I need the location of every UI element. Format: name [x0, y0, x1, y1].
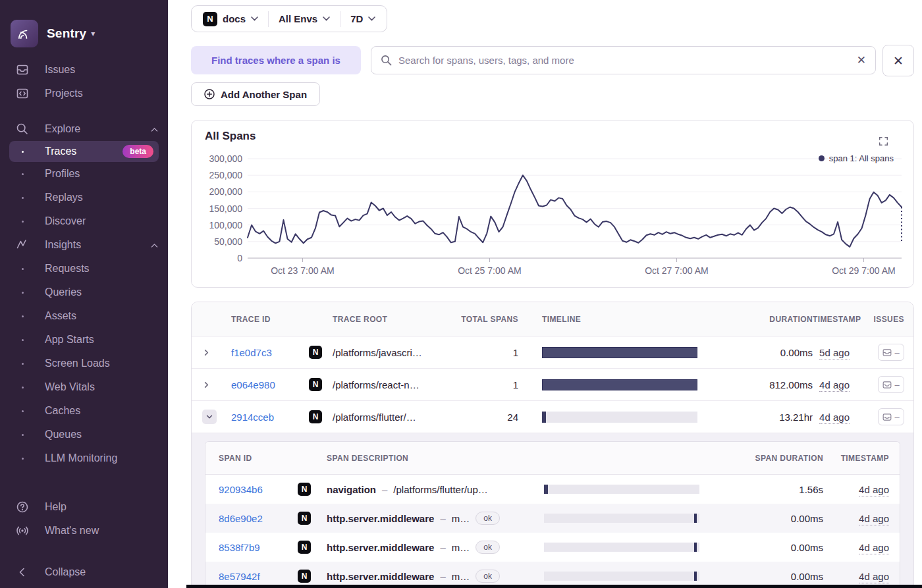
- project-icon-cell: N: [309, 410, 333, 423]
- sidebar-item-label: Profiles: [45, 168, 80, 180]
- issues-button[interactable]: –: [878, 408, 904, 425]
- x-axis-tick-label: Oct 27 7:00 AM: [645, 265, 708, 276]
- expand-trace-button[interactable]: [202, 381, 231, 389]
- span-id-link[interactable]: 8e57942f: [219, 571, 298, 582]
- trace-timestamp[interactable]: 4d ago: [819, 412, 850, 424]
- sidebar-item-label: Queues: [45, 429, 82, 441]
- org-switcher[interactable]: Sentry ▾: [0, 0, 168, 58]
- sidebar-item-llm-monitoring[interactable]: LLM Monitoring: [0, 446, 168, 470]
- timeline-bar[interactable]: [542, 379, 697, 390]
- sidebar-item-profiles[interactable]: Profiles: [0, 162, 168, 186]
- sidebar-section-insights[interactable]: Insights: [0, 233, 168, 257]
- org-name: Sentry: [47, 26, 86, 41]
- span-description: http.server.middleware–m…ok: [327, 512, 531, 525]
- chart-legend[interactable]: span 1: All spans: [819, 153, 894, 163]
- issues-cell: –: [850, 408, 904, 425]
- bullet-icon: [13, 387, 32, 388]
- trace-timestamp[interactable]: 5d ago: [819, 347, 850, 360]
- bullet-icon: [13, 197, 32, 199]
- separator: –: [382, 484, 387, 495]
- project-selector[interactable]: N docs: [193, 11, 268, 27]
- x-axis-tick-label: Oct 25 7:00 AM: [458, 265, 522, 276]
- add-another-span-button[interactable]: Add Another Span: [191, 82, 320, 106]
- sidebar-item-requests[interactable]: Requests: [0, 257, 168, 281]
- trace-duration: 812.00ms: [697, 379, 813, 390]
- project-icon-cell: N: [298, 483, 327, 496]
- search-input[interactable]: [398, 55, 850, 66]
- find-traces-label: Find traces where a span is: [211, 55, 340, 66]
- y-axis-tick-label: 50,000: [214, 236, 242, 247]
- sidebar-item-queues[interactable]: Queues: [0, 423, 168, 446]
- sentry-logo-icon: [11, 20, 38, 47]
- issues-button[interactable]: –: [878, 344, 904, 361]
- trace-timestamp[interactable]: 4d ago: [819, 379, 850, 392]
- timestamp-cell: 4d ago: [823, 542, 889, 553]
- sidebar-item-web-vitals[interactable]: Web Vitals: [0, 375, 168, 399]
- timeline-cell: [518, 379, 697, 390]
- sidebar-item-projects[interactable]: Projects: [0, 82, 168, 105]
- insights-icon: [13, 238, 32, 252]
- timestamp-cell: 4d ago: [813, 379, 850, 390]
- nextjs-project-icon: N: [298, 541, 311, 554]
- span-row: 8538f7b9Nhttp.server.middleware–m…ok0.00…: [205, 533, 900, 562]
- sidebar-item-traces[interactable]: Tracesbeta: [9, 141, 159, 162]
- timestamp-cell: 4d ago: [813, 412, 850, 423]
- span-id-link[interactable]: 8d6e90e2: [219, 513, 298, 524]
- sidebar-item-what-s-new[interactable]: What's new: [0, 519, 168, 543]
- close-icon: ✕: [893, 53, 904, 68]
- timeline-bar[interactable]: [544, 543, 699, 552]
- expand-chart-icon[interactable]: [879, 136, 888, 146]
- expand-trace-button[interactable]: [202, 348, 231, 357]
- nextjs-project-icon: N: [203, 12, 217, 26]
- sidebar-item-queries[interactable]: Queries: [0, 281, 168, 304]
- span-timestamp[interactable]: 4d ago: [859, 571, 889, 583]
- trace-id-link[interactable]: 2914cceb: [231, 412, 309, 423]
- trace-id-link[interactable]: f1e0d7c3: [231, 347, 309, 358]
- environment-selector[interactable]: All Envs: [268, 11, 340, 27]
- timeline-bar[interactable]: [544, 485, 699, 494]
- find-traces-label-chip[interactable]: Find traces where a span is: [191, 46, 361, 74]
- nextjs-project-icon: N: [298, 570, 311, 583]
- span-operation: navigation: [327, 484, 376, 495]
- timestamp-cell: 4d ago: [823, 484, 889, 495]
- sidebar-item-replays[interactable]: Replays: [0, 186, 168, 209]
- timeline-bar[interactable]: [544, 514, 699, 523]
- issues-button[interactable]: –: [878, 376, 904, 393]
- sidebar-item-screen-loads[interactable]: Screen Loads: [0, 352, 168, 375]
- timeline-bar[interactable]: [542, 412, 697, 423]
- remove-span-filter-button[interactable]: ✕: [882, 45, 914, 76]
- date-range-selector[interactable]: 7D: [340, 11, 385, 27]
- span-id-link[interactable]: 920934b6: [219, 484, 298, 495]
- sidebar-item-label: Caches: [45, 405, 80, 417]
- sidebar-item-label: Help: [45, 501, 67, 513]
- chevron-down-icon[interactable]: [202, 410, 217, 424]
- span-row: 8d6e90e2Nhttp.server.middleware–m…ok0.00…: [205, 504, 900, 533]
- span-timestamp[interactable]: 4d ago: [859, 484, 889, 496]
- sidebar-item-issues[interactable]: Issues: [0, 58, 168, 82]
- span-row: 920934b6Nnavigation–/platforms/flutter/u…: [205, 475, 900, 504]
- chevron-up-icon: [150, 241, 159, 250]
- sidebar-item-help[interactable]: Help: [0, 495, 168, 519]
- sidebar-item-caches[interactable]: Caches: [0, 399, 168, 423]
- span-timestamp[interactable]: 4d ago: [859, 513, 889, 525]
- bullet-icon: [13, 292, 32, 294]
- span-timestamp[interactable]: 4d ago: [859, 542, 889, 554]
- timeline-bar[interactable]: [544, 572, 699, 581]
- expand-trace-button[interactable]: [202, 410, 231, 424]
- column-header-trace-root: TRACE ROOT: [333, 315, 445, 324]
- span-id-link[interactable]: 8538f7b9: [219, 542, 298, 553]
- timeline-bar[interactable]: [542, 347, 697, 358]
- sidebar-collapse-button[interactable]: Collapse: [0, 564, 168, 588]
- sidebar-section-explore[interactable]: Explore: [0, 117, 168, 141]
- chevron-down-icon: ▾: [91, 29, 95, 38]
- sidebar-item-label: Replays: [45, 192, 83, 203]
- sidebar-item-app-starts[interactable]: App Starts: [0, 328, 168, 352]
- sidebar-item-assets[interactable]: Assets: [0, 304, 168, 328]
- clear-search-icon[interactable]: ✕: [857, 55, 866, 66]
- sidebar-item-discover[interactable]: Discover: [0, 209, 168, 233]
- beta-badge: beta: [122, 145, 153, 158]
- trace-id-link[interactable]: e064e980: [231, 379, 309, 390]
- trace-row: e064e980N/platforms/react-n…1812.00ms4d …: [192, 369, 913, 401]
- nextjs-project-icon: N: [298, 512, 311, 525]
- bullet-icon: [13, 363, 32, 365]
